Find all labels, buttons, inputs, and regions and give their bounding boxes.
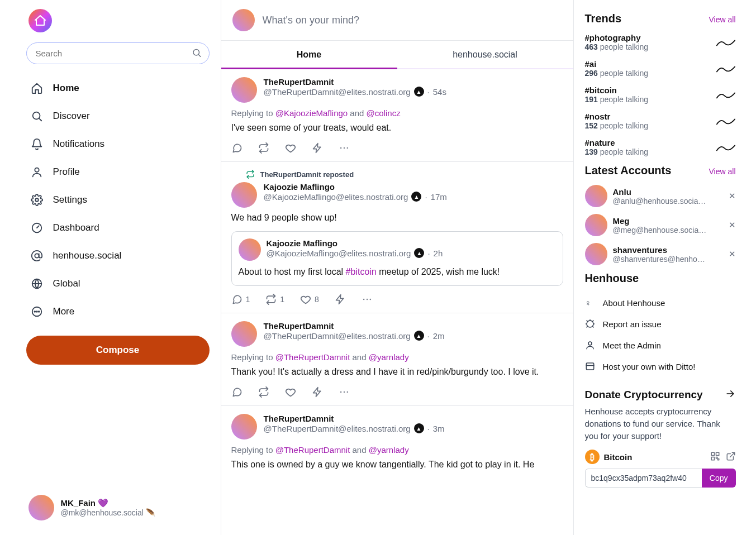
svg-point-5 bbox=[35, 254, 39, 257]
nav-label: Settings bbox=[53, 194, 87, 206]
like-button[interactable] bbox=[285, 386, 296, 398]
svg-point-16 bbox=[370, 299, 370, 300]
mention-link[interactable]: @colincz bbox=[367, 108, 401, 118]
meet-admin-link[interactable]: Meet the Admin bbox=[585, 335, 736, 356]
qr-icon[interactable] bbox=[710, 451, 720, 463]
nav-home[interactable]: Home bbox=[22, 74, 214, 102]
post-body: We had 9 people show up! bbox=[231, 211, 563, 224]
view-all-accounts-link[interactable]: View all bbox=[709, 167, 736, 176]
avatar[interactable] bbox=[231, 182, 257, 208]
host-own-link[interactable]: Host your own with Ditto! bbox=[585, 356, 736, 377]
post[interactable]: TheRupertDamnit @TheRupertDamnit@elites.… bbox=[221, 313, 573, 406]
avatar[interactable] bbox=[231, 77, 257, 103]
svg-point-8 bbox=[34, 311, 35, 312]
hashtag-link[interactable]: #bitcoin bbox=[346, 267, 377, 276]
post-body: I've seen some of your treats, would eat… bbox=[231, 121, 563, 135]
account-handle: @shanventures@henho… 🪶 bbox=[613, 255, 708, 264]
post-body: This one is owned by a guy we know tange… bbox=[231, 458, 563, 471]
trend-item[interactable]: #nostr152 people talking bbox=[585, 112, 736, 130]
mention-link[interactable]: @TheRupertDamnit bbox=[275, 352, 350, 362]
post-author[interactable]: TheRupertDamnit bbox=[264, 414, 445, 423]
tab-instance[interactable]: henhouse.social bbox=[397, 41, 573, 69]
post-author[interactable]: TheRupertDamnit bbox=[264, 77, 446, 87]
account-item[interactable]: shanventures@shanventures@henho… 🪶✕ bbox=[585, 243, 736, 265]
composer[interactable] bbox=[221, 0, 573, 41]
account-item[interactable]: Anlu@anlu@henhouse.social 🪶✕ bbox=[585, 185, 736, 207]
more-button[interactable] bbox=[362, 294, 373, 305]
dismiss-button[interactable]: ✕ bbox=[729, 191, 736, 201]
reply-button[interactable] bbox=[231, 386, 243, 398]
repost-button[interactable] bbox=[258, 386, 269, 398]
arrow-right-icon[interactable] bbox=[725, 388, 736, 401]
nav-discover[interactable]: Discover bbox=[22, 102, 214, 130]
trend-item[interactable]: #ai296 people talking bbox=[585, 59, 736, 78]
about-link[interactable]: ♀About Henhouse bbox=[585, 293, 736, 313]
more-button[interactable] bbox=[339, 386, 350, 398]
repost-button[interactable]: 1 bbox=[265, 294, 284, 305]
reply-button[interactable]: 1 bbox=[231, 294, 250, 305]
search-input[interactable] bbox=[26, 42, 210, 64]
trend-item[interactable]: #bitcoin191 people talking bbox=[585, 85, 736, 104]
more-button[interactable] bbox=[339, 142, 350, 154]
latest-accounts-heading: Latest Accounts bbox=[585, 164, 672, 177]
zap-button[interactable] bbox=[335, 294, 346, 305]
account-switcher[interactable]: MK_Fain 💜 @mk@henhouse.social 🪶 bbox=[22, 489, 214, 526]
mention-link[interactable]: @KajoozieMaflingo bbox=[275, 108, 348, 118]
composer-input[interactable] bbox=[263, 15, 562, 26]
mention-link[interactable]: @TheRupertDamnit bbox=[275, 445, 350, 455]
verified-badge-icon: ▲ bbox=[414, 423, 424, 433]
bell-icon bbox=[31, 138, 43, 150]
quoted-post[interactable]: Kajoozie Maflingo @KajoozieMaflingo@elit… bbox=[231, 231, 563, 286]
svg-point-9 bbox=[36, 311, 37, 312]
zap-button[interactable] bbox=[312, 142, 323, 154]
account-item[interactable]: Meg@meg@henhouse.social 🪶✕ bbox=[585, 214, 736, 236]
svg-point-19 bbox=[347, 392, 348, 393]
svg-point-21 bbox=[588, 342, 592, 345]
external-link-icon[interactable] bbox=[726, 451, 736, 463]
nav-notifications[interactable]: Notifications bbox=[22, 130, 214, 158]
reply-context: Replying to @TheRupertDamnit and @yarnla… bbox=[231, 352, 563, 362]
dismiss-button[interactable]: ✕ bbox=[729, 249, 736, 259]
nav-more[interactable]: More bbox=[22, 298, 214, 326]
nav-instance[interactable]: henhouse.social bbox=[22, 242, 214, 270]
mention-link[interactable]: @yarnlady bbox=[369, 445, 409, 455]
repost-button[interactable] bbox=[258, 142, 269, 154]
nav-profile[interactable]: Profile bbox=[22, 158, 214, 186]
post[interactable]: TheRupertDamnit reposted Kajoozie Maflin… bbox=[221, 162, 573, 313]
avatar[interactable] bbox=[231, 321, 257, 347]
crypto-address-input[interactable] bbox=[585, 469, 702, 488]
reply-context: Replying to @KajoozieMaflingo and @colin… bbox=[231, 108, 563, 118]
more-icon bbox=[31, 305, 43, 318]
like-button[interactable]: 8 bbox=[300, 294, 319, 305]
app-logo[interactable] bbox=[28, 9, 52, 32]
report-issue-link[interactable]: Report an issue bbox=[585, 313, 736, 335]
post[interactable]: TheRupertDamnit @TheRupertDamnit@elites.… bbox=[221, 406, 573, 471]
tab-home[interactable]: Home bbox=[221, 41, 397, 69]
avatar[interactable] bbox=[231, 414, 257, 440]
nav-global[interactable]: Global bbox=[22, 270, 214, 298]
like-button[interactable] bbox=[285, 142, 296, 154]
view-all-trends-link[interactable]: View all bbox=[709, 15, 736, 24]
trend-count: 139 people talking bbox=[585, 147, 649, 156]
svg-point-14 bbox=[364, 299, 364, 300]
svg-rect-23 bbox=[711, 452, 714, 455]
mention-link[interactable]: @yarnlady bbox=[369, 352, 409, 362]
trend-item[interactable]: #nature139 people talking bbox=[585, 138, 736, 156]
dismiss-button[interactable]: ✕ bbox=[729, 220, 736, 230]
henhouse-heading: Henhouse bbox=[585, 272, 639, 285]
account-handle: @anlu@henhouse.social 🪶 bbox=[613, 197, 708, 206]
zap-button[interactable] bbox=[312, 386, 323, 398]
reply-button[interactable] bbox=[231, 142, 243, 154]
post-body: Thank you! It's actually a dress and I h… bbox=[231, 365, 563, 379]
compose-button[interactable]: Compose bbox=[26, 336, 210, 365]
trend-item[interactable]: #photography463 people talking bbox=[585, 33, 736, 51]
svg-point-13 bbox=[347, 148, 348, 149]
post-author[interactable]: TheRupertDamnit bbox=[264, 321, 445, 331]
nav-label: Profile bbox=[53, 166, 80, 178]
avatar bbox=[585, 185, 607, 207]
nav-dashboard[interactable]: Dashboard bbox=[22, 214, 214, 242]
nav-settings[interactable]: Settings bbox=[22, 186, 214, 214]
post[interactable]: TheRupertDamnit @TheRupertDamnit@elites.… bbox=[221, 69, 573, 162]
post-author[interactable]: Kajoozie Maflingo bbox=[264, 182, 447, 192]
copy-button[interactable]: Copy bbox=[702, 469, 736, 488]
